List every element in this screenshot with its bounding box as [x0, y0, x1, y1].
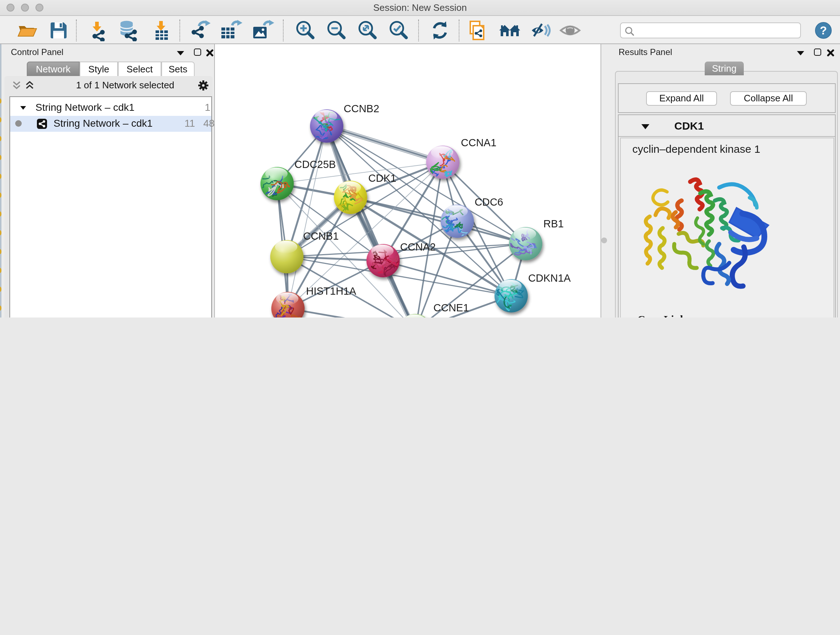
svg-text:CDC6: CDC6	[475, 196, 503, 208]
svg-text:CCNA2: CCNA2	[400, 241, 436, 253]
svg-text:CCNB2: CCNB2	[344, 103, 379, 114]
svg-text:?: ?	[820, 24, 827, 37]
svg-text:CDKN1A: CDKN1A	[528, 272, 571, 284]
svg-text:CCNE1: CCNE1	[433, 302, 469, 314]
svg-text:RB1: RB1	[543, 218, 564, 230]
svg-text:CDK1: CDK1	[368, 172, 396, 184]
svg-text:HIST1H1A: HIST1H1A	[306, 285, 356, 297]
svg-text:CCNA1: CCNA1	[461, 137, 496, 149]
svg-text:CCNB1: CCNB1	[303, 230, 339, 242]
svg-text:CDC25B: CDC25B	[294, 158, 336, 170]
